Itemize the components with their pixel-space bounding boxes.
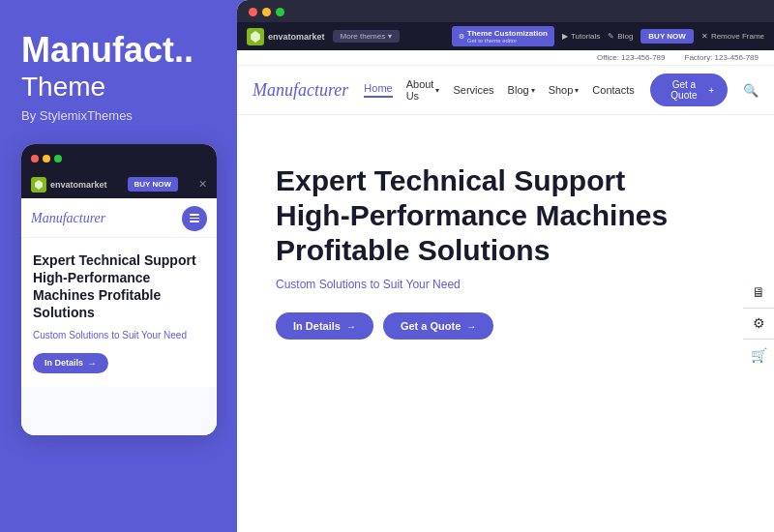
- app-title: Manufact..: [21, 31, 216, 70]
- tutorials-label: Tutorials: [571, 32, 600, 41]
- mobile-hero-title: Expert Technical Support High-Performanc…: [33, 251, 205, 322]
- remove-frame-button[interactable]: ✕ Remove Frame: [701, 32, 764, 41]
- mobile-arrow-right-icon: →: [87, 358, 97, 369]
- more-themes-label: More themes: [341, 32, 386, 41]
- hero-buttons: In Details → Get a Quote →: [276, 312, 668, 340]
- in-details-label: In Details: [293, 320, 341, 332]
- cart-icon-button[interactable]: 🛒: [743, 340, 774, 370]
- envato-right-group: ⚙ Theme Customization Get to theme edito…: [452, 26, 764, 46]
- contact-bar: Office: 123-456-789 Factory: 123-456-789: [237, 50, 774, 66]
- nav-link-contacts[interactable]: Contacts: [592, 84, 634, 96]
- blog-icon: ✎: [608, 32, 614, 41]
- envato-top-bar: envatomarket More themes ▾ ⚙ Theme Custo…: [237, 22, 774, 50]
- hero-title-line3: Profitable Solutions: [276, 234, 550, 266]
- main-nav: Manufacturer Home About Us ▾ Services Bl…: [237, 66, 774, 114]
- app-subtitle: Theme: [21, 72, 216, 103]
- nav-link-blog[interactable]: Blog ▾: [508, 84, 535, 96]
- dot-red: [31, 155, 39, 163]
- mobile-site-header: Manufacturer: [21, 198, 217, 238]
- buy-now-button[interactable]: BUY NOW: [640, 29, 694, 44]
- floating-icons-panel: 🖥 ⚙ 🛒: [743, 278, 774, 370]
- mobile-menu-button[interactable]: [182, 206, 207, 231]
- mobile-preview: envatomarket BUY NOW ✕ Manufacturer Expe…: [21, 144, 217, 435]
- nav-link-services[interactable]: Services: [453, 84, 493, 96]
- blog-label: Blog: [617, 32, 633, 41]
- nav-about-chevron-icon: ▾: [435, 86, 439, 95]
- theme-customization-label: ⚙: [459, 33, 464, 41]
- more-themes-chevron-icon: ▾: [388, 32, 392, 41]
- mobile-hero: Expert Technical Support High-Performanc…: [21, 238, 217, 387]
- theme-customization-text: Theme Customization Get to theme editor: [467, 29, 548, 44]
- in-details-button[interactable]: In Details →: [276, 312, 373, 340]
- get-quote-button[interactable]: Get a Quote +: [650, 74, 728, 106]
- site-nav: Office: 123-456-789 Factory: 123-456-789…: [237, 50, 774, 115]
- more-themes-button[interactable]: More themes ▾: [333, 30, 401, 43]
- nav-home-label: Home: [364, 82, 392, 94]
- nav-contacts-label: Contacts: [592, 84, 634, 96]
- gear-icon-button[interactable]: ⚙: [743, 309, 774, 340]
- theme-customization-button[interactable]: ⚙ Theme Customization Get to theme edito…: [452, 26, 554, 46]
- right-panel: envatomarket More themes ▾ ⚙ Theme Custo…: [237, 0, 774, 532]
- mobile-buy-now-button[interactable]: BUY NOW: [128, 177, 179, 192]
- desktop-icon-button[interactable]: 🖥: [743, 278, 774, 309]
- get-quote-label: Get a Quote: [664, 79, 704, 101]
- hero-get-quote-label: Get a Quote: [401, 320, 461, 332]
- remove-frame-label: Remove Frame: [711, 32, 764, 41]
- browser-dot-yellow: [262, 8, 271, 16]
- nav-services-label: Services: [453, 84, 493, 96]
- dot-green: [54, 155, 62, 163]
- hamburger-icon: [190, 214, 199, 222]
- mobile-logo: Manufacturer: [31, 211, 105, 226]
- app-author: By StylemixThemes: [21, 108, 216, 123]
- browser-chrome: [237, 0, 774, 22]
- mobile-dots: [31, 155, 62, 163]
- nav-links: Home About Us ▾ Services Blog ▾ Shop ▾: [364, 78, 634, 102]
- envato-text-label: envatomarket: [50, 180, 107, 190]
- mobile-close-button[interactable]: ✕: [198, 178, 207, 191]
- envato-logo-small: envatomarket: [31, 177, 107, 192]
- hero-section: Expert Technical Support High-Performanc…: [237, 115, 774, 532]
- hero-content: Expert Technical Support High-Performanc…: [276, 163, 668, 340]
- mobile-preview-bottom: [21, 387, 217, 435]
- hero-get-quote-button[interactable]: Get a Quote →: [383, 312, 493, 340]
- envato-market-label: envatomarket: [268, 32, 325, 42]
- mobile-in-details-label: In Details: [45, 358, 83, 368]
- theme-customization-title: Theme Customization: [467, 29, 548, 38]
- in-details-arrow-icon: →: [346, 321, 356, 332]
- hero-title: Expert Technical Support High-Performanc…: [276, 163, 668, 268]
- left-panel: Manufact.. Theme By StylemixThemes envat…: [0, 0, 237, 532]
- nav-link-about[interactable]: About Us ▾: [406, 78, 440, 102]
- blog-link[interactable]: ✎ Blog: [608, 32, 633, 41]
- browser-dot-green: [276, 8, 284, 16]
- hero-title-line2: High-Performance Machines: [276, 199, 668, 231]
- search-icon[interactable]: 🔍: [743, 83, 759, 98]
- hero-subtitle: Custom Solutions to Suit Your Need: [276, 278, 668, 291]
- mobile-in-details-button[interactable]: In Details →: [33, 353, 108, 373]
- hamburger-line-2: [190, 218, 199, 220]
- envato-left-group: envatomarket More themes ▾: [247, 28, 400, 45]
- envato-icon: [247, 28, 264, 45]
- nav-blog-chevron-icon: ▾: [531, 86, 535, 95]
- mobile-hero-subtitle: Custom Solutions to Suit Your Need: [33, 329, 205, 342]
- nav-blog-label: Blog: [508, 84, 529, 96]
- browser-dot-red: [249, 8, 257, 16]
- nav-link-shop[interactable]: Shop ▾: [549, 84, 580, 96]
- mobile-envato-bar: envatomarket BUY NOW ✕: [21, 173, 217, 198]
- dot-yellow: [43, 155, 50, 163]
- site-logo: Manufacturer: [253, 80, 348, 101]
- theme-customization-subtitle: Get to theme editor: [467, 38, 548, 44]
- hamburger-line-3: [190, 221, 199, 222]
- nav-shop-label: Shop: [549, 84, 574, 96]
- get-quote-arrow-icon: +: [708, 85, 714, 96]
- browser-dots-row: [249, 8, 762, 16]
- remove-frame-x-icon: ✕: [701, 32, 708, 41]
- hamburger-line-1: [190, 214, 199, 216]
- hero-get-quote-arrow-icon: →: [466, 321, 476, 332]
- envato-icon-small: [31, 177, 46, 192]
- factory-contact: Factory: 123-456-789: [685, 53, 759, 62]
- envato-logo-wrap: envatomarket: [247, 28, 325, 45]
- tutorials-link[interactable]: ▶ Tutorials: [562, 32, 600, 41]
- nav-about-label: About Us: [406, 78, 434, 102]
- office-contact: Office: 123-456-789: [597, 53, 666, 62]
- nav-link-home[interactable]: Home: [364, 82, 392, 98]
